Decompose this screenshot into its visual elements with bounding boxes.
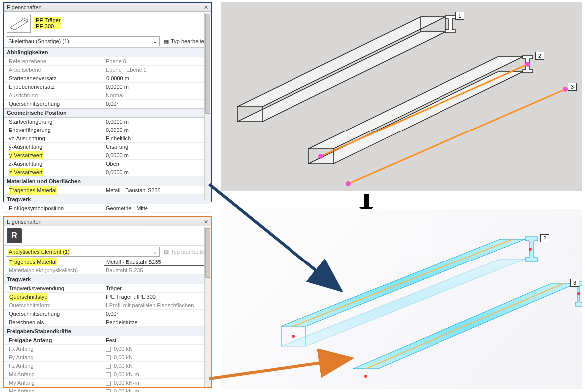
prop-label: Querschnittsdrehung [4, 100, 104, 108]
type-selector[interactable]: R [4, 226, 211, 246]
prop-label: Ausrichtung [4, 91, 104, 99]
prop-row-yversatz[interactable]: y-Versatzwert 0,0000 m [4, 151, 211, 160]
prop-row-zausr[interactable]: z-Ausrichtung Oben [4, 160, 211, 168]
prop-value[interactable]: 0,00 kN-m [104, 379, 204, 387]
prop-label: Startebenenversatz [4, 74, 104, 82]
prop-row-tragmat[interactable]: Tragendes Material Metall - Baustahl S23… [4, 186, 211, 195]
prop-row-myanf[interactable]: My Anfang 0,00 kN-m [4, 379, 211, 387]
prop-label: Mz Anfang [4, 387, 104, 392]
prop-row-berech[interactable]: Berechnen als Pendelstütze [4, 318, 211, 327]
prop-value-input[interactable]: Metall - Baustahl S235 [104, 259, 204, 266]
prop-value[interactable]: 0,00 kN [104, 353, 204, 361]
svg-line-24 [366, 284, 563, 369]
section-header-tragwerk[interactable]: Tragwerk ⌃ [4, 275, 211, 284]
type-name-label: IPE 300 [34, 23, 61, 29]
prop-value: Baustahl S 235 [104, 266, 204, 274]
prop-label: Mx Anfang [4, 370, 104, 378]
element-filter-dropdown[interactable]: Analytisches Element (1) ⌄ [6, 247, 160, 257]
svg-point-25 [364, 375, 367, 378]
scrollbar-thumb[interactable] [205, 228, 210, 278]
prop-row-tragverw[interactable]: Tragwerksverwendung Träger [4, 284, 211, 293]
edit-type-icon: ▦ [164, 249, 169, 255]
edit-type-button[interactable]: ▦ Typ bearbeiten [162, 38, 209, 45]
prop-row-zversatz[interactable]: z-Versatzwert 0,0000 m [4, 168, 211, 177]
prop-value[interactable]: 0,0000 m [104, 151, 204, 159]
prop-row-tragmat[interactable]: Tragendes Material Metall - Baustahl S23… [4, 258, 211, 266]
prop-value[interactable]: 0,00° [104, 310, 204, 318]
prop-value[interactable]: 0,00 kN-m [104, 370, 204, 378]
prop-row-startversatz[interactable]: Startebenenversatz 0,0000 m [4, 74, 211, 83]
prop-row-qdreh[interactable]: Querschnittsdrehung 0,00° [4, 310, 211, 318]
prop-row-mzanf[interactable]: Mz Anfang 0,00 kN-m [4, 387, 211, 392]
prop-row-qform: Querschnittsform I-Profil mit parallelen… [4, 301, 211, 310]
prop-row-qtyp[interactable]: Querschnittstyp IPE Träger : IPE 300 [4, 293, 211, 301]
prop-value[interactable]: 0,0000 m [104, 83, 204, 91]
prop-value[interactable]: Oben [104, 160, 204, 168]
prop-row-fzanf[interactable]: Fz Anfang 0,00 kN [4, 362, 211, 370]
prop-row-startverl[interactable]: Startverlängerung 0,0000 m [4, 118, 211, 126]
prop-value[interactable]: 0,0000 m [104, 126, 204, 134]
tag-2: 2 [540, 234, 549, 242]
scrollbar-thumb[interactable] [205, 14, 210, 114]
prop-row-querschnittsdrehung[interactable]: Querschnittsdrehung 0,00° [4, 100, 211, 108]
prop-row-fyanf[interactable]: Fy Anfang 0,00 kN [4, 353, 211, 362]
section-header-geopos[interactable]: Geometrische Position ⌃ [4, 108, 211, 118]
prop-value[interactable]: IPE Träger : IPE 300 [104, 293, 204, 301]
prop-value[interactable]: Einheitlich [104, 134, 204, 142]
section-header-materials[interactable]: Materialien und Oberflächen ⌃ [4, 177, 211, 186]
prop-row-fxanf[interactable]: Fx Anfang 0,00 kN [4, 345, 211, 353]
prop-value[interactable]: Metall - Baustahl S235 [104, 186, 204, 195]
prop-value[interactable]: Fest [104, 336, 204, 344]
close-icon[interactable]: ✕ [204, 3, 208, 12]
tag-3: 3 [570, 279, 579, 287]
prop-label: Fx Anfang [4, 345, 104, 353]
prop-label: Freigabe Anfang [4, 336, 104, 344]
filter-label: Skelettbau (Sonstige) (1) [8, 38, 69, 44]
panel-title: Eigenschaften [7, 3, 42, 12]
prop-value[interactable]: 0,00 kN-m [104, 387, 204, 392]
prop-value-input[interactable]: 0,0000 m [104, 75, 204, 82]
beams-illustration [221, 2, 582, 191]
prop-row-mxanf[interactable]: Mx Anfang 0,00 kN-m [4, 370, 211, 379]
prop-value[interactable]: Pendelstütze [104, 318, 204, 326]
prop-value[interactable]: 0,00 kN [104, 362, 204, 370]
prop-label: z-Ausrichtung [4, 160, 104, 168]
prop-label: Arbeitsebene [4, 66, 104, 74]
prop-label: z-Versatzwert [4, 168, 104, 176]
viewport-3d-revit[interactable]: 1 2 3 [221, 2, 582, 191]
viewport-3d-analysis[interactable]: 2 3 [221, 209, 582, 389]
filter-label: Analytisches Element (1) [8, 249, 70, 255]
prop-value[interactable]: 0,0000 m [104, 118, 204, 126]
section-header-dependencies[interactable]: Abhängigkeiten ⌃ [4, 48, 211, 57]
prop-value[interactable]: 0,00° [104, 100, 204, 108]
prop-row-freianf[interactable]: Freigabe Anfang Fest [4, 336, 211, 345]
prop-row-yzausr[interactable]: yz-Ausrichtung Einheitlich [4, 134, 211, 143]
tag-1: 1 [455, 12, 464, 20]
section-header-freigaben[interactable]: Freigaben/Stabendkräfte ⌃ [4, 327, 211, 336]
prop-label: Tragendes Material [4, 258, 104, 266]
prop-row-yausr[interactable]: y-Ausrichtung Ursprung [4, 143, 211, 151]
prop-value[interactable]: 0,00 kN [104, 345, 204, 353]
chevron-down-icon: ⌄ [153, 38, 157, 45]
type-selector[interactable]: IPE Träger IPE 300 [4, 12, 211, 35]
svg-marker-0 [237, 17, 445, 107]
prop-row-endversatz[interactable]: Endebenenversatz 0,0000 m [4, 83, 211, 91]
prop-label: Startverlängerung [4, 118, 104, 126]
panel-title-bar: Eigenschaften ✕ [4, 3, 211, 12]
scrollbar[interactable] [204, 13, 211, 200]
prop-value[interactable]: Ursprung [104, 143, 204, 151]
close-icon[interactable]: ✕ [204, 217, 208, 226]
section-label: Tragwerk [7, 196, 31, 203]
prop-label: Berechnen als [4, 318, 104, 326]
prop-row-einsym[interactable]: Einfügesymbolposition Geometrie - Mitte [4, 204, 211, 213]
prop-value[interactable]: Träger [104, 284, 204, 292]
prop-value[interactable]: Geometrie - Mitte [104, 204, 204, 212]
prop-value[interactable]: 0,0000 m [104, 168, 204, 176]
filter-row: Skelettbau (Sonstige) (1) ⌄ ▦ Typ bearbe… [4, 35, 211, 48]
section-label: Freigaben/Stabendkräfte [7, 328, 71, 335]
section-header-tragwerk[interactable]: Tragwerk ⌃ [4, 195, 211, 204]
element-filter-dropdown[interactable]: Skelettbau (Sonstige) (1) ⌄ [6, 36, 160, 46]
scrollbar[interactable] [204, 227, 211, 387]
prop-row-endverl[interactable]: Endverlängerung 0,0000 m [4, 126, 211, 134]
type-thumbnail [7, 14, 31, 33]
